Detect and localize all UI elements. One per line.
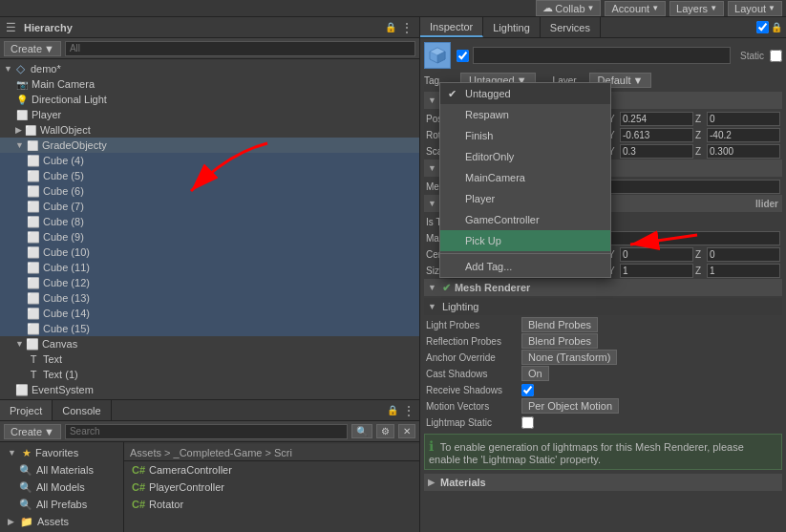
lighting-tab-label: Lighting <box>493 22 530 33</box>
asset-rotator[interactable]: C# Rotator <box>124 496 419 513</box>
hierarchy-item-text[interactable]: T Text <box>0 351 419 367</box>
object-name-input[interactable] <box>473 47 731 64</box>
project-all-models[interactable]: 🔍 All Models <box>0 479 123 496</box>
hierarchy-header: ☰ Hierarchy 🔒 ⋮ <box>0 17 419 38</box>
reflection-probes-row: Reflection Probes Blend Probes <box>424 333 782 349</box>
rot-y-input[interactable] <box>620 128 693 142</box>
anchor-override-value: None (Transform) <box>528 351 610 363</box>
project-filter-btn[interactable]: ⚙ <box>376 424 394 438</box>
hierarchy-item-cube14[interactable]: ⬜ Cube (14) <box>0 306 419 321</box>
hierarchy-item-canvas[interactable]: ▼ ⬜ Canvas <box>0 336 419 351</box>
account-button[interactable]: Account ▼ <box>605 1 666 16</box>
scale-z-input[interactable] <box>707 144 780 159</box>
cast-shadows-value: On <box>528 368 542 379</box>
lighting-tab[interactable]: Lighting <box>483 17 541 37</box>
rot-z-input[interactable] <box>707 128 780 142</box>
pos-y-input[interactable] <box>620 112 693 126</box>
project-panel: Project Console 🔒 ⋮ Create ▼ 🔍 ⚙ ✕ <box>0 400 419 532</box>
inspector-object-header: Static <box>424 42 782 69</box>
tag-option-editoronly[interactable]: EditorOnly <box>440 146 610 167</box>
motion-vectors-dropdown[interactable]: Per Object Motion <box>521 398 619 414</box>
hamburger-icon: ☰ <box>6 21 16 34</box>
tag-option-pickup[interactable]: Pick Up <box>440 230 610 251</box>
project-close-btn[interactable]: ✕ <box>398 424 415 438</box>
hierarchy-item-cube4[interactable]: ⬜ Cube (4) <box>0 153 419 168</box>
hierarchy-item-cube10[interactable]: ⬜ Cube (10) <box>0 245 419 260</box>
receive-shadows-checkbox[interactable] <box>521 384 534 396</box>
layout-button[interactable]: Layout ▼ <box>728 1 782 16</box>
hierarchy-item-label: Text (1) <box>43 369 78 380</box>
project-assets-header[interactable]: ▶ 📁 Assets <box>0 513 123 530</box>
anchor-override-row: Anchor Override None (Transform) <box>424 350 782 365</box>
hierarchy-item-dirlight[interactable]: 💡 Directional Light <box>0 92 419 107</box>
project-favorites-header[interactable]: ▼ ★ Favorites <box>0 444 123 461</box>
hierarchy-item-cube5[interactable]: ⬜ Cube (5) <box>0 168 419 183</box>
hierarchy-item-cube7[interactable]: ⬜ Cube (7) <box>0 199 419 214</box>
hierarchy-item-cube9[interactable]: ⬜ Cube (9) <box>0 229 419 245</box>
project-search-input[interactable] <box>65 424 348 439</box>
cast-shadows-dropdown[interactable]: On <box>521 366 549 381</box>
collab-button[interactable]: ☁ Collab ▼ <box>536 0 601 16</box>
layers-button[interactable]: Layers ▼ <box>669 1 724 16</box>
hierarchy-item-wallobject[interactable]: ▶ ⬜ WallObject <box>0 122 419 138</box>
hierarchy-item-cube11[interactable]: ⬜ Cube (11) <box>0 260 419 275</box>
center-z-field: Z <box>695 247 780 262</box>
project-all-prefabs[interactable]: 🔍 All Prefabs <box>0 496 123 513</box>
project-search-btn[interactable]: 🔍 <box>351 424 372 438</box>
center-y-input[interactable] <box>620 247 693 262</box>
project-all-materials[interactable]: 🔍 All Materials <box>0 461 123 479</box>
hierarchy-create-button[interactable]: Create ▼ <box>4 41 61 56</box>
hierarchy-item-cube8[interactable]: ⬜ Cube (8) <box>0 214 419 229</box>
z-letter: Z <box>695 130 705 140</box>
tag-option-addtag[interactable]: Add Tag... <box>440 256 610 277</box>
cube-icon-large <box>424 42 451 69</box>
light-probes-row: Light Probes Blend Probes <box>424 317 782 332</box>
menu-icon: ⋮ <box>400 20 414 35</box>
text-icon: T <box>27 368 40 381</box>
hierarchy-item-demo[interactable]: ▼ ◇ demo* <box>0 61 419 76</box>
scale-y-input[interactable] <box>620 144 693 159</box>
hierarchy-item-cube15[interactable]: ⬜ Cube (15) <box>0 321 419 336</box>
tag-option-gamecontroller[interactable]: GameController <box>440 209 610 230</box>
cube-icon: ⬜ <box>27 291 40 305</box>
tag-option-finish[interactable]: Finish <box>440 125 610 146</box>
project-create-button[interactable]: Create ▼ <box>4 424 61 439</box>
asset-playercontroller[interactable]: C# PlayerController <box>124 479 419 496</box>
center-z-input[interactable] <box>707 247 780 262</box>
anchor-override-dropdown[interactable]: None (Transform) <box>521 350 617 365</box>
hierarchy-search-input[interactable] <box>65 41 415 56</box>
hierarchy-item-cube6[interactable]: ⬜ Cube (6) <box>0 183 419 199</box>
hierarchy-item-maincamera[interactable]: 📷 Main Camera <box>0 76 419 92</box>
cube-icon: ⬜ <box>27 261 40 274</box>
collider-label: llider <box>755 199 778 209</box>
hierarchy-item-text1[interactable]: T Text (1) <box>0 367 419 382</box>
object-active-checkbox[interactable] <box>457 50 469 62</box>
motion-vectors-value: Per Object Motion <box>528 400 612 412</box>
services-tab[interactable]: Services <box>541 17 601 37</box>
reflection-probes-dropdown[interactable]: Blend Probes <box>521 333 598 349</box>
tag-option-respawn[interactable]: Respawn <box>440 104 610 125</box>
tag-option-untagged[interactable]: ✔ Untagged <box>440 83 610 104</box>
hierarchy-item-player[interactable]: ⬜ Player <box>0 107 419 122</box>
tag-option-maincamera[interactable]: MainCamera <box>440 167 610 188</box>
project-panel-controls: 🔒 ⋮ <box>383 403 419 418</box>
console-tab[interactable]: Console <box>53 400 111 420</box>
dd-option-label: Pick Up <box>465 235 501 246</box>
inspector-tab[interactable]: Inspector <box>420 17 483 37</box>
hierarchy-item-cube13[interactable]: ⬜ Cube (13) <box>0 290 419 306</box>
tag-option-player[interactable]: Player <box>440 188 610 209</box>
project-tab[interactable]: Project <box>0 400 53 420</box>
collapse-arrow-icon: ▶ <box>15 125 22 135</box>
hierarchy-item-cube12[interactable]: ⬜ Cube (12) <box>0 275 419 290</box>
active-checkbox[interactable] <box>756 21 769 33</box>
size-z-input[interactable] <box>707 264 780 278</box>
pos-z-input[interactable] <box>707 112 780 126</box>
light-probes-dropdown[interactable]: Blend Probes <box>521 317 598 332</box>
size-y-input[interactable] <box>620 264 693 278</box>
hierarchy-item-gradeobjecty[interactable]: ▼ ⬜ GradeObjecty <box>0 138 419 153</box>
asset-cameracontroller[interactable]: C# CameraController <box>124 461 419 479</box>
lightmap-static-checkbox[interactable] <box>521 416 534 429</box>
hierarchy-item-eventsystem[interactable]: ⬜ EventSystem <box>0 382 419 397</box>
mr-check-icon: ✔ <box>442 282 451 294</box>
static-checkbox[interactable] <box>770 50 782 62</box>
